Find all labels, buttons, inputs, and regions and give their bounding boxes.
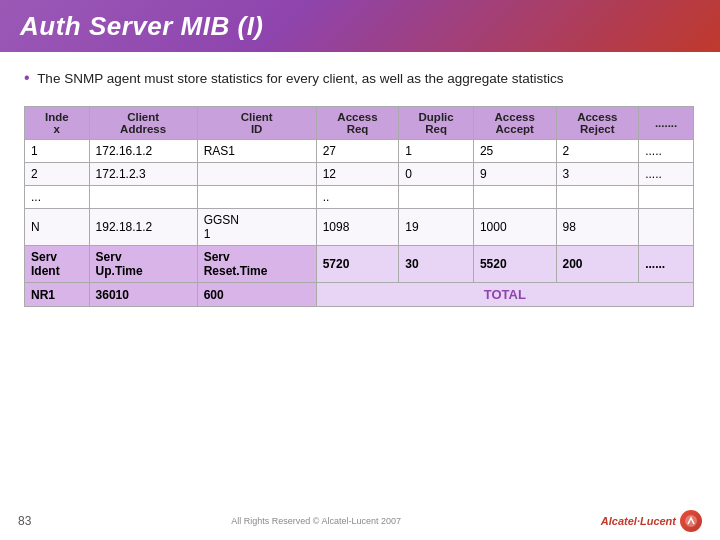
page-number: 83 (18, 514, 31, 528)
table-row: N 192.18.1.2 GGSN1 1098 19 1000 98 (25, 209, 694, 246)
table-row-total: NR1 36010 600 TOTAL (25, 283, 694, 307)
bullet-content: The SNMP agent must store statistics for… (37, 71, 563, 86)
cell-agg-ellipsis: ...... (639, 246, 694, 283)
logo-svg (684, 514, 698, 528)
cell-access-reject (556, 186, 639, 209)
cell-access-req: 12 (316, 163, 399, 186)
cell-ellipsis: ..... (639, 163, 694, 186)
table-header-row: Index ClientAddress ClientID AccessReq D… (25, 107, 694, 140)
cell-access-reject: 3 (556, 163, 639, 186)
cell-nr-label: NR1 (25, 283, 90, 307)
cell-client-id: RAS1 (197, 140, 316, 163)
cell-agg-access-req: 5720 (316, 246, 399, 283)
cell-index: N (25, 209, 90, 246)
cell-agg-access-accept: 5520 (473, 246, 556, 283)
col-client-id: ClientID (197, 107, 316, 140)
cell-index: 1 (25, 140, 90, 163)
footer: 83 All Rights Reserved © Alcatel-Lucent … (0, 510, 720, 532)
content-area: • The SNMP agent must store statistics f… (0, 52, 720, 317)
cell-client-addr: 172.1.2.3 (89, 163, 197, 186)
cell-client-addr: 192.18.1.2 (89, 209, 197, 246)
cell-access-reject: 2 (556, 140, 639, 163)
cell-access-accept: 25 (473, 140, 556, 163)
cell-duplic-req: 1 (399, 140, 474, 163)
cell-access-reject: 98 (556, 209, 639, 246)
copyright: All Rights Reserved © Alcatel-Lucent 200… (31, 516, 600, 526)
col-client-address: ClientAddress (89, 107, 197, 140)
cell-client-id: GGSN1 (197, 209, 316, 246)
cell-access-accept (473, 186, 556, 209)
cell-access-accept: 1000 (473, 209, 556, 246)
cell-ellipsis: ..... (639, 140, 694, 163)
cell-access-req: 1098 (316, 209, 399, 246)
cell-serv-reset: ServReset.Time (197, 246, 316, 283)
logo-icon (680, 510, 702, 532)
cell-index: 2 (25, 163, 90, 186)
cell-client-id (197, 163, 316, 186)
logo-text: Alcatel·Lucent (601, 515, 676, 527)
cell-nr-val2: 600 (197, 283, 316, 307)
cell-serv-uptime: ServUp.Time (89, 246, 197, 283)
cell-duplic-req: 0 (399, 163, 474, 186)
col-index: Index (25, 107, 90, 140)
col-access-reject: AccessReject (556, 107, 639, 140)
cell-access-accept: 9 (473, 163, 556, 186)
col-access-req: AccessReq (316, 107, 399, 140)
bullet-text: • The SNMP agent must store statistics f… (24, 66, 696, 90)
cell-ellipsis (639, 186, 694, 209)
table-row: 2 172.1.2.3 12 0 9 3 ..... (25, 163, 694, 186)
col-ellipsis: ....... (639, 107, 694, 140)
cell-total-label: TOTAL (316, 283, 693, 307)
cell-client-addr: 172.16.1.2 (89, 140, 197, 163)
cell-client-id (197, 186, 316, 209)
page-title: Auth Server MIB (I) (20, 11, 264, 42)
table-row: ... .. (25, 186, 694, 209)
bullet-icon: • (24, 69, 30, 86)
table-row: 1 172.16.1.2 RAS1 27 1 25 2 ..... (25, 140, 694, 163)
table-row-serv: ServIdent ServUp.Time ServReset.Time 572… (25, 246, 694, 283)
logo-area: Alcatel·Lucent (601, 510, 702, 532)
cell-duplic-req (399, 186, 474, 209)
cell-access-req: .. (316, 186, 399, 209)
col-access-accept: AccessAccept (473, 107, 556, 140)
cell-ellipsis (639, 209, 694, 246)
col-duplic-req: DuplicReq (399, 107, 474, 140)
total-text: TOTAL (484, 287, 526, 302)
cell-nr-val1: 36010 (89, 283, 197, 307)
cell-agg-duplic-req: 30 (399, 246, 474, 283)
cell-access-req: 27 (316, 140, 399, 163)
mib-table: Index ClientAddress ClientID AccessReq D… (24, 106, 694, 307)
cell-client-addr (89, 186, 197, 209)
cell-serv-ident: ServIdent (25, 246, 90, 283)
cell-agg-access-reject: 200 (556, 246, 639, 283)
cell-index: ... (25, 186, 90, 209)
cell-duplic-req: 19 (399, 209, 474, 246)
page: Auth Server MIB (I) • The SNMP agent mus… (0, 0, 720, 540)
header-bar: Auth Server MIB (I) (0, 0, 720, 52)
